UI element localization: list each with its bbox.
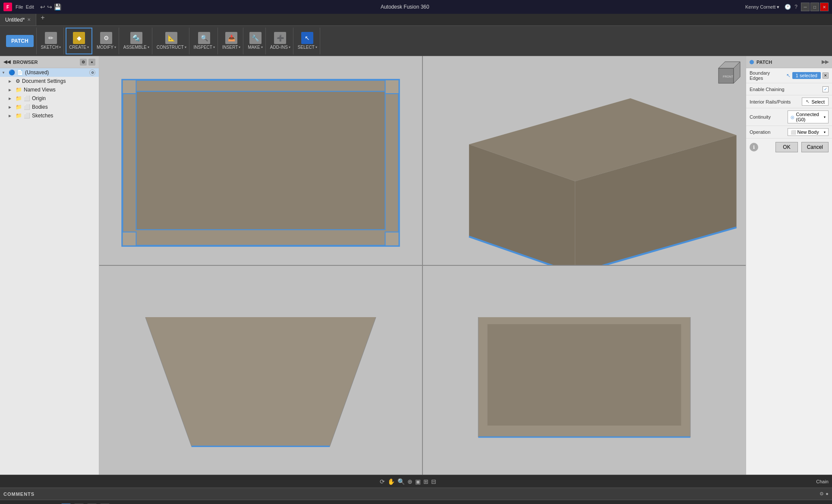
nav-cube[interactable]: FRONT [716,60,742,85]
create-label[interactable]: CREATE▾ [69,45,89,50]
save-btn[interactable]: 💾 [54,3,61,10]
ok-btn[interactable]: OK [775,142,797,152]
assemble-label[interactable]: ASSEMBLE▾ [123,45,149,50]
operation-dropdown[interactable]: ⬜ New Body ▾ [788,128,829,136]
tab-untitled[interactable]: Untitled* ✕ [0,14,36,25]
comments-close-btn[interactable]: ● [826,491,829,497]
orbit-icon[interactable]: ⟳ [380,478,385,485]
browser-settings-btn[interactable]: ⚙ [80,59,87,66]
clock-icon: 🕐 [785,4,791,10]
select-label[interactable]: SELECT▾ [298,45,317,50]
main-layout: ◀◀ BROWSER ⚙ ● ▼ 🔵 📄 (Unsaved) ⚙ ▶ ⚙ Doc… [0,56,832,475]
display-mode-btn[interactable]: ▣ [415,478,421,485]
patch-mode-btn[interactable]: PATCH [3,28,37,54]
tree-item-unsaved[interactable]: ▼ 🔵 📄 (Unsaved) ⚙ [0,68,99,77]
patch-panel: PATCH ▶▶ Boundary Edges ↖ 1 selected ✕ E… [746,56,832,475]
make-label[interactable]: MAKE▾ [248,45,262,50]
toolbar-inspect[interactable]: 🔍 INSPECT▾ [191,28,218,54]
toolbar-modify[interactable]: ⚙ MODIFY▾ [94,28,119,54]
browser-close-btn[interactable]: ● [88,59,95,66]
help-btn[interactable]: ? [794,4,797,10]
inspect-label[interactable]: INSPECT▾ [194,45,215,50]
continuity-label: Continuity [750,114,785,120]
collapse-btn[interactable]: ◀◀ [3,59,10,65]
status-controls: ⟳ ✋ 🔍 ⊕ ▣ ⊞ ⊟ [380,478,436,485]
toolbar-create[interactable]: ◆ CREATE▾ [66,28,92,54]
insert-label[interactable]: INSERT▾ [222,45,241,50]
menu-edit[interactable]: Edit [26,4,34,9]
viewport-top-right[interactable]: FRONT [423,56,746,265]
boundary-edges-badge[interactable]: 1 selected [792,72,821,79]
nav-cube-svg: FRONT [716,60,742,85]
close-btn[interactable]: ✕ [820,3,829,11]
window-controls[interactable]: ─ □ ✕ [801,3,829,11]
cancel-btn[interactable]: Cancel [801,142,829,152]
svg-rect-22 [488,324,681,425]
minimize-btn[interactable]: ─ [801,3,810,11]
toolbar-insert[interactable]: 📥 INSERT▾ [220,28,244,54]
addins-label[interactable]: ADD-INS▾ [270,45,290,50]
boundary-edges-label: Boundary Edges [750,70,784,81]
continuity-dropdown[interactable]: ◎ Connected (G0) ▾ [788,110,829,123]
anim-bar: ⏮ ⏪ ▶ ⏩ ⏭ ▣ ⊞ 📷 🎬 ⚙ [0,500,832,504]
construct-label[interactable]: CONSTRUCT▾ [157,45,186,50]
viewport-top-left[interactable] [99,56,422,265]
modify-label[interactable]: MODIFY▾ [97,45,116,50]
tree-item-origin[interactable]: ▶ 📁 ⬜ Origin [0,94,99,103]
operation-icon: ⬜ [791,130,796,135]
pan-icon[interactable]: ✋ [388,478,395,485]
toolbar-select[interactable]: ↖ SELECT▾ [295,28,320,54]
grid-btn[interactable]: ⊞ [423,478,429,485]
tree-arrow-bodies: ▶ [9,105,14,109]
continuity-arrow: ▾ [824,115,826,119]
viewport-area[interactable]: FRONT [99,56,746,475]
enable-chaining-checkbox[interactable]: ✓ [823,86,829,92]
tree-label-sketches: Sketches [32,113,95,119]
title-bar: F File Edit ↩ ↪ 💾 Autodesk Fusion 360 Ke… [0,0,832,14]
comments-bar: COMMENTS ⚙ ● [0,488,832,500]
toolbar-addins[interactable]: ➕ ADD-INS▾ [268,28,293,54]
tab-add-btn[interactable]: + [36,14,49,25]
tree-item-bodies[interactable]: ▶ 📁 ⬜ Bodies [0,103,99,111]
tree-arrow-unsaved: ▼ [2,71,7,75]
boundary-edges-clear-btn[interactable]: ✕ [823,72,829,79]
tree-arrow-origin: ▶ [9,97,14,101]
undo-btn[interactable]: ↩ [40,3,45,10]
boundary-edges-value: ↖ 1 selected ✕ [786,72,829,79]
title-text: Autodesk Fusion 360 [65,4,745,10]
tree-label-unsaved: (Unsaved) [25,69,88,76]
tree-icon-bodies2: ⬜ [24,104,30,110]
info-btn[interactable]: ℹ [750,143,758,151]
toolbar: PATCH ✏ SKETCH▾ ◆ CREATE▾ ⚙ MODIFY▾ 🔩 AS… [0,26,832,56]
zoom-icon[interactable]: 🔍 [397,478,405,485]
boundary-edges-row: Boundary Edges ↖ 1 selected ✕ [746,68,832,83]
view-cube-btn[interactable]: ⊟ [431,478,436,485]
tab-close-btn[interactable]: ✕ [27,17,31,22]
viewport-bottom-right[interactable] [423,266,746,475]
menu-file[interactable]: File [16,4,23,9]
construct-icon: 📐 [165,32,177,44]
toolbar-construct[interactable]: 📐 CONSTRUCT▾ [154,28,189,54]
select-label: Select [811,99,825,104]
comments-settings-btn[interactable]: ⚙ [819,491,824,497]
patch-panel-expand[interactable]: ▶▶ [822,59,829,65]
interior-rails-select-btn[interactable]: ↖ Select [802,98,829,106]
toolbar-make[interactable]: 🔧 MAKE▾ [245,28,265,54]
sketch-label[interactable]: SKETCH▾ [41,45,61,50]
inspect-icon: 🔍 [198,32,210,44]
redo-btn[interactable]: ↪ [47,3,52,10]
viewport-bottom-left[interactable] [99,266,422,475]
maximize-btn[interactable]: □ [810,3,819,11]
toolbar-sketch[interactable]: ✏ SKETCH▾ [38,28,64,54]
select-cursor-icon: ↖ [806,99,810,104]
svg-rect-1 [136,91,385,230]
operation-arrow: ▾ [824,130,826,134]
fit-icon[interactable]: ⊕ [407,478,413,485]
make-icon: 🔧 [249,32,262,44]
toolbar-assemble[interactable]: 🔩 ASSEMBLE▾ [121,28,152,54]
tree-item-sketches[interactable]: ▶ 📁 ⬜ Sketches [0,111,99,120]
select-icon: ↖ [301,32,313,44]
tree-item-namedviews[interactable]: ▶ 📁 Named Views [0,85,99,94]
patch-label[interactable]: PATCH [6,35,34,47]
tree-item-docsettings[interactable]: ▶ ⚙ Document Settings [0,77,99,85]
